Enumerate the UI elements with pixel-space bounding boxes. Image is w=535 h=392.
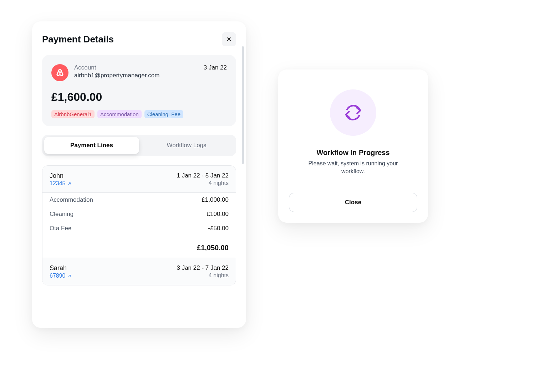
reservation-ref: 67890 bbox=[50, 273, 66, 279]
line-header: Sarah 67890 3 Jan 22 - 7 Jan 22 4 nights bbox=[42, 258, 236, 285]
card-header: Payment Details bbox=[42, 32, 236, 46]
total-value: £1,050.00 bbox=[197, 244, 229, 252]
item-label: Ota Fee bbox=[50, 225, 71, 232]
account-info: Account airbnb1@propertymanager.com bbox=[74, 64, 198, 81]
item-value: £1,000.00 bbox=[202, 196, 229, 203]
reservation-ref: 12345 bbox=[50, 180, 66, 187]
airbnb-icon bbox=[51, 64, 68, 81]
scrollbar[interactable] bbox=[242, 46, 244, 164]
payment-summary: Account airbnb1@propertymanager.com 3 Ja… bbox=[42, 55, 236, 126]
tag-accommodation[interactable]: Accommodation bbox=[97, 110, 142, 118]
payment-details-card: Payment Details Account airbnb1@property… bbox=[32, 21, 246, 328]
workflow-progress-card: Workflow In Progress Please wait, system… bbox=[278, 69, 428, 223]
line-total: £1,050.00 bbox=[42, 238, 236, 258]
reservation-link[interactable]: 12345 bbox=[50, 180, 72, 187]
tag-list: AirbnbGeneral1 Accommodation Cleaning_Fe… bbox=[51, 110, 227, 118]
tab-payment-lines[interactable]: Payment Lines bbox=[44, 137, 139, 154]
close-button[interactable] bbox=[222, 32, 236, 46]
card-title: Payment Details bbox=[42, 34, 114, 45]
date-range: 3 Jan 22 - 7 Jan 22 bbox=[177, 264, 229, 272]
reservation-link[interactable]: 67890 bbox=[50, 273, 72, 279]
refresh-icon bbox=[330, 89, 376, 136]
payment-date: 3 Jan 22 bbox=[204, 64, 227, 81]
workflow-title: Workflow In Progress bbox=[289, 149, 417, 157]
close-button[interactable]: Close bbox=[289, 193, 417, 212]
external-link-icon bbox=[67, 181, 72, 186]
line-item: Cleaning £100.00 bbox=[42, 207, 236, 221]
line-item: Accommodation £1,000.00 bbox=[42, 193, 236, 207]
line-item: Ota Fee -£50.00 bbox=[42, 221, 236, 238]
external-link-icon bbox=[67, 274, 72, 278]
summary-row: Account airbnb1@propertymanager.com 3 Ja… bbox=[51, 64, 227, 81]
item-value: -£50.00 bbox=[208, 225, 229, 232]
guest-name: Sarah bbox=[50, 264, 72, 272]
tag-airbnb-general[interactable]: AirbnbGeneral1 bbox=[51, 110, 95, 118]
nights-count: 4 nights bbox=[177, 272, 229, 279]
line-header: John 12345 1 Jan 22 - 5 Jan 22 4 nights bbox=[42, 166, 236, 193]
item-label: Accommodation bbox=[50, 196, 93, 203]
tab-workflow-logs[interactable]: Workflow Logs bbox=[139, 137, 234, 154]
date-range: 1 Jan 22 - 5 Jan 22 bbox=[177, 172, 229, 179]
item-value: £100.00 bbox=[207, 211, 229, 218]
tabs: Payment Lines Workflow Logs bbox=[42, 135, 236, 156]
payment-amount: £1,600.00 bbox=[51, 91, 227, 104]
nights-count: 4 nights bbox=[177, 180, 229, 186]
account-label: Account bbox=[74, 64, 198, 71]
tag-cleaning-fee[interactable]: Cleaning_Fee bbox=[144, 110, 183, 118]
account-email: airbnb1@propertymanager.com bbox=[74, 72, 198, 79]
workflow-subtitle: Please wait, system is running your work… bbox=[289, 160, 417, 176]
payment-lines: John 12345 1 Jan 22 - 5 Jan 22 4 nights … bbox=[42, 165, 236, 285]
guest-name: John bbox=[50, 172, 72, 180]
item-label: Cleaning bbox=[50, 211, 73, 218]
close-icon bbox=[226, 36, 232, 42]
